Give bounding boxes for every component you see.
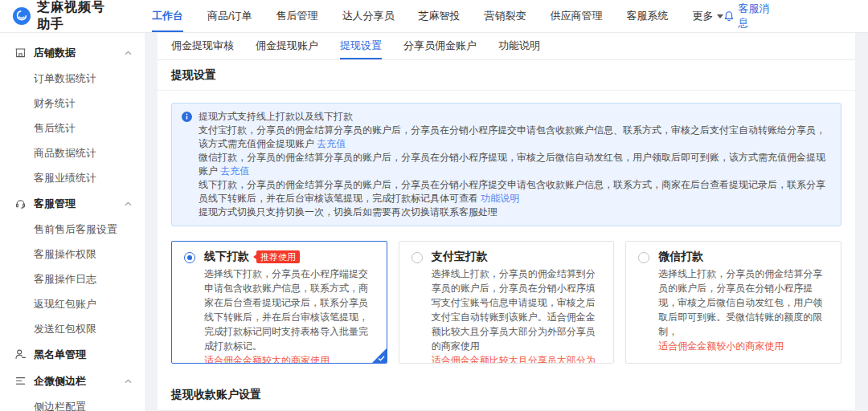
- bell-icon: [723, 10, 735, 22]
- notice-line-title: 提现方式支持线上打款以及线下打款: [199, 110, 828, 124]
- service-messages-button[interactable]: 客服消息: [723, 2, 773, 31]
- headset-icon: [14, 197, 27, 210]
- withdraw-methods-notice: 提现方式支持线上打款以及线下打款 支付宝打款，分享员的佣金结算分享员的账户后，分…: [171, 103, 841, 226]
- tab-sharer-commission-account[interactable]: 分享员佣金账户: [403, 33, 477, 59]
- card-title: 支付宝打款: [432, 250, 488, 264]
- main-content: 佣金提现审核 佣金提现账户 提现设置 分享员佣金账户 功能说明 提现设置 提现方…: [158, 33, 855, 411]
- nav-item-orders[interactable]: 商品/订单: [207, 0, 252, 32]
- notice-text: 提现方式支持线上打款以及线下打款: [199, 111, 353, 122]
- sidebar-group-label: 店铺数据: [34, 46, 76, 60]
- radio-offline-payment[interactable]: [184, 252, 195, 263]
- nav-item-aftersale[interactable]: 售后管理: [276, 0, 318, 32]
- card-suitability-note: 适合佣金金额较大的商家使用: [204, 353, 375, 364]
- recommended-badge: 推荐使用: [256, 250, 300, 263]
- sidebar-item-redpacket-permission[interactable]: 发送红包权限: [0, 316, 145, 341]
- sidebar-item-product-stats[interactable]: 商品数据统计: [0, 140, 145, 165]
- app-title: 芝麻视频号助手: [37, 0, 118, 33]
- radio-alipay-payment[interactable]: [411, 252, 423, 263]
- sidebar-item-service-performance-stats[interactable]: 客服业绩统计: [0, 165, 145, 190]
- payment-option-wechat[interactable]: 微信打款 选择线上打款，分享员的佣金结算分享员的账户后，分享员在分销小程序提现，…: [625, 241, 841, 364]
- payment-method-options: 线下打款 推荐使用 选择线下打款，分享员在小程序端提交申请包含收款账户信息，联系…: [171, 241, 841, 364]
- card-head: 支付宝打款: [432, 249, 603, 265]
- sidebar-group-blacklist[interactable]: 黑名单管理: [0, 341, 145, 368]
- sidebar-group-shop-data[interactable]: 店铺数据: [0, 39, 145, 66]
- page-title: 提现设置: [158, 60, 855, 91]
- card-head: 线下打款 推荐使用: [204, 249, 375, 265]
- sidebar-item-service-permissions[interactable]: 客服操作权限: [0, 242, 145, 267]
- sidebar-item-finance-stats[interactable]: 财务统计: [0, 91, 145, 116]
- tab-feature-docs[interactable]: 功能说明: [498, 33, 540, 59]
- sidebar-item-sidebar-config[interactable]: 侧边栏配置: [0, 394, 145, 411]
- navbar-right: 客服消息: [723, 2, 773, 31]
- recharge-link[interactable]: 去充值: [317, 138, 346, 149]
- panel-body: 提现方式支持线上打款以及线下打款 支付宝打款，分享员的佣金结算分享员的账户后，分…: [158, 91, 855, 411]
- notice-line-alipay: 支付宝打款，分享员的佣金结算分享员的账户后，分享员在分销小程序提交申请包含收款账…: [199, 124, 828, 151]
- nav-item-suppliers[interactable]: 供应商管理: [551, 0, 603, 32]
- sidebar-group-wecom-sidebar[interactable]: 企微侧边栏: [0, 368, 145, 394]
- tab-commission-withdraw-review[interactable]: 佣金提现审核: [171, 33, 234, 59]
- card-head: 微信打款: [658, 249, 829, 265]
- card-description: 选择线上打款，分享员的佣金结算到分享员的账户后，分享员在分销小程序填写支付宝账号…: [432, 267, 603, 353]
- card-title: 微信打款: [658, 250, 703, 264]
- recharge-link[interactable]: 去充值: [220, 165, 249, 177]
- main-nav: 工作台 商品/订单 售后管理 达人分享员 芝麻智投 营销裂变 供应商管理 客服系…: [152, 0, 723, 32]
- nav-item-service-system[interactable]: 客服系统: [627, 0, 669, 32]
- nav-item-smart-ads[interactable]: 芝麻智投: [419, 0, 461, 32]
- chevron-up-icon: [125, 379, 132, 384]
- tab-commission-withdraw-account[interactable]: 佣金提现账户: [256, 33, 318, 59]
- badge-label: 推荐使用: [260, 252, 296, 262]
- nav-item-more[interactable]: 更多: [693, 0, 723, 32]
- chevron-up-icon: [125, 51, 132, 55]
- notice-text: 支付宝打款，分享员的佣金结算分享员的账户后，分享员在分销小程序提交申请包含收款账…: [199, 124, 825, 149]
- notice-line-offline: 线下打款，分享员的佣金结算分享员的账户后，分享员在分销小程序提交申请包含收款账户…: [199, 178, 828, 206]
- card-suitability-note: 适合佣金金额比较大且分享员大部分为外部分享员的商家使用: [432, 353, 603, 364]
- shop-icon: [14, 47, 27, 59]
- top-navbar: 芝麻视频号助手 工作台 商品/订单 售后管理 达人分享员 芝麻智投 营销裂变 供…: [0, 0, 868, 33]
- brand: 芝麻视频号助手: [0, 0, 118, 33]
- chevron-up-icon: [125, 201, 132, 206]
- sidebar-panel-icon: [14, 375, 27, 387]
- sidebar-group-label: 黑名单管理: [34, 348, 86, 362]
- notice-line-wechat: 微信打款，分享员的佣金结算分享员的账户后，分享员在分销小程序提现，审核之后微信自…: [199, 151, 828, 178]
- tab-bar: 佣金提现审核 佣金提现账户 提现设置 分享员佣金账户 功能说明: [158, 33, 855, 60]
- sidebar-item-pre-post-sale-service[interactable]: 售前售后客服设置: [0, 217, 145, 242]
- nav-item-sharers[interactable]: 达人分享员: [342, 0, 395, 32]
- card-description: 选择线上打款，分享员的佣金结算分享员的账户后，分享员在分销小程序提现，审核之后微…: [658, 267, 829, 339]
- sidebar-group-customer-service[interactable]: 客服管理: [0, 190, 145, 217]
- sidebar: 店铺数据 订单数据统计 财务统计 售后统计 商品数据统计 客服业绩统计 客服管理…: [0, 33, 145, 411]
- sidebar-item-service-logs[interactable]: 客服操作日志: [0, 267, 145, 291]
- subsection-title-withdraw-account-settings: 提现收款账户设置: [158, 378, 855, 411]
- nav-item-workbench[interactable]: 工作台: [152, 0, 183, 32]
- radio-wechat-payment[interactable]: [638, 252, 649, 263]
- payment-option-offline[interactable]: 线下打款 推荐使用 选择线下打款，分享员在小程序端提交申请包含收款账户信息，联系…: [171, 241, 387, 364]
- card-description: 选择线下打款，分享员在小程序端提交申请包含收款账户信息，联系方式，商家在后台查看…: [204, 267, 375, 353]
- sidebar-item-cashback-account[interactable]: 返现红包账户: [0, 291, 145, 316]
- selected-check-icon: [371, 348, 387, 364]
- sidebar-group-label: 企微侧边栏: [34, 374, 86, 389]
- info-icon: [182, 112, 192, 122]
- payment-option-alipay[interactable]: 支付宝打款 选择线上打款，分享员的佣金结算到分享员的账户后，分享员在分销小程序填…: [399, 241, 615, 364]
- blacklist-user-icon: [14, 348, 27, 360]
- card-title: 线下打款: [204, 250, 249, 264]
- app-logo-icon: [13, 7, 31, 25]
- nav-item-marketing[interactable]: 营销裂变: [485, 0, 526, 32]
- more-label: 更多: [693, 10, 714, 22]
- card-suitability-note: 适合佣金金额较小的商家使用: [658, 339, 829, 353]
- notice-line-switch: 提现方式切换只支持切换一次，切换后如需要再次切换请联系客服处理: [199, 206, 828, 219]
- notice-text: 提现方式切换只支持切换一次，切换后如需要再次切换请联系客服处理: [199, 206, 497, 218]
- sidebar-item-order-stats[interactable]: 订单数据统计: [0, 66, 145, 91]
- notice-text: 微信打款，分享员的佣金结算分享员的账户后，分享员在分销小程序提现，审核之后微信自…: [199, 152, 825, 177]
- sidebar-group-label: 客服管理: [34, 197, 76, 211]
- sidebar-item-aftersale-stats[interactable]: 售后统计: [0, 116, 145, 140]
- tab-withdraw-settings[interactable]: 提现设置: [340, 33, 382, 59]
- messages-label: 客服消息: [739, 2, 773, 31]
- caret-down-icon: [717, 14, 723, 18]
- feature-docs-link[interactable]: 功能说明: [481, 193, 519, 204]
